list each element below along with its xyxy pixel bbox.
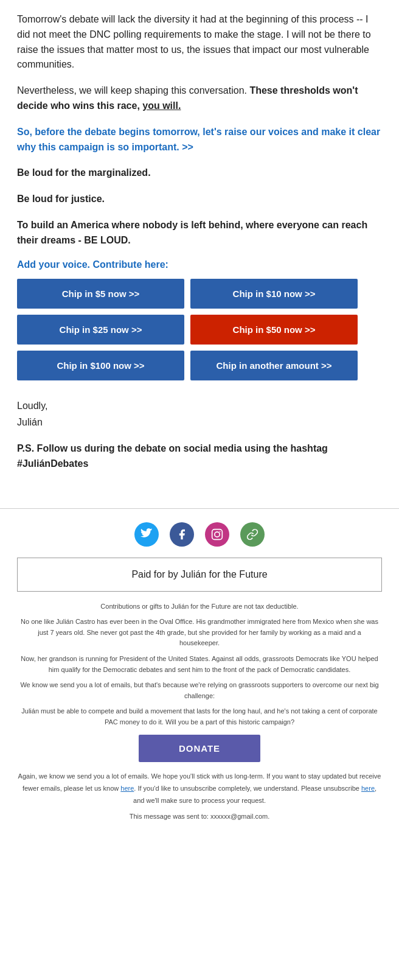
paragraph-2: Nevertheless, we will keep shaping this … bbox=[17, 83, 382, 114]
para2-link: you will. bbox=[142, 100, 181, 111]
footer-unsubscribe: Again, we know we send you a lot of emai… bbox=[0, 771, 399, 835]
paragraph-1: Tomorrow's debate will lack the diversit… bbox=[17, 12, 382, 72]
svg-point-2 bbox=[220, 531, 221, 532]
chip-100-button[interactable]: Chip in $100 now >> bbox=[17, 351, 184, 380]
paragraph-3: So, before the debate begins tomorrow, l… bbox=[17, 125, 382, 155]
paid-for-text: Paid for by Julián for the Future bbox=[131, 569, 267, 579]
footer-disclaimer-3: Now, her grandson is running for Preside… bbox=[0, 654, 399, 675]
facebook-icon[interactable] bbox=[170, 522, 194, 547]
signature: Loudly, Julián bbox=[17, 397, 382, 430]
signature-line2: Julián bbox=[17, 414, 382, 430]
instagram-icon[interactable] bbox=[205, 522, 229, 547]
chip-5-button[interactable]: Chip in $5 now >> bbox=[17, 279, 184, 309]
paid-for-box: Paid for by Julián for the Future bbox=[17, 558, 382, 592]
footer-disclaimer-5: Julián must be able to compete and build… bbox=[0, 706, 399, 727]
unsubscribe-text: Again, we know we send you a lot of emai… bbox=[17, 771, 382, 807]
para2-normal: Nevertheless, we will keep shaping this … bbox=[17, 85, 249, 96]
chip-10-button[interactable]: Chip in $10 now >> bbox=[190, 279, 358, 309]
social-row bbox=[0, 509, 399, 558]
unsubscribe-here1-link[interactable]: here bbox=[120, 785, 134, 792]
signature-line1: Loudly, bbox=[17, 397, 382, 414]
link-icon[interactable] bbox=[240, 522, 265, 547]
footer-disclaimer-2: No one like Julián Castro has ever been … bbox=[0, 617, 399, 649]
contribute-label: Add your voice. Contribute here: bbox=[17, 259, 382, 270]
unsubscribe-here2-link[interactable]: here bbox=[361, 785, 375, 792]
debate-link[interactable]: So, before the debate begins tomorrow, l… bbox=[17, 127, 380, 152]
svg-point-1 bbox=[215, 531, 220, 536]
twitter-icon[interactable] bbox=[134, 522, 159, 547]
svg-rect-0 bbox=[212, 529, 223, 539]
footer-disclaimer-1: Contributions or gifts to Julián for the… bbox=[0, 601, 399, 612]
main-content: Tomorrow's debate will lack the diversit… bbox=[0, 0, 399, 490]
chip-25-button[interactable]: Chip in $25 now >> bbox=[17, 315, 184, 345]
sent-to-text: This message was sent to: xxxxxx@gmail.c… bbox=[17, 811, 382, 823]
contribute-section: Add your voice. Contribute here: Chip in… bbox=[17, 259, 382, 380]
chip-other-button[interactable]: Chip in another amount >> bbox=[190, 351, 358, 380]
ps-section: P.S. Follow us during the debate on soci… bbox=[17, 441, 382, 472]
footer-disclaimer-4: We know we send you a lot of emails, but… bbox=[0, 680, 399, 701]
paragraph-5: Be loud for justice. bbox=[17, 192, 382, 207]
paragraph-6: To build an America where nobody is left… bbox=[17, 218, 382, 248]
paragraph-4: Be loud for the marginalized. bbox=[17, 166, 382, 181]
donate-button[interactable]: DONATE bbox=[139, 735, 260, 762]
chip-50-button[interactable]: Chip in $50 now >> bbox=[190, 315, 358, 345]
buttons-grid: Chip in $5 now >> Chip in $10 now >> Chi… bbox=[17, 279, 358, 380]
